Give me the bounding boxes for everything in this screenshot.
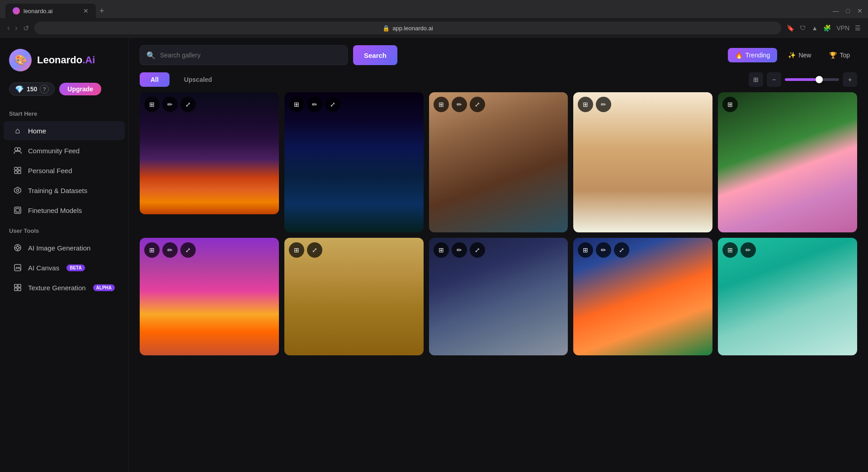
browser-chrome: leonardo.ai ✕ + — □ ✕ ‹ › ↺ 🔒 app.leonar… [0, 0, 868, 38]
minimize-icon[interactable]: — [833, 7, 839, 14]
search-button[interactable]: Search [353, 45, 397, 65]
sidebar-item-community-feed[interactable]: Community Feed [4, 141, 125, 160]
new-tab-btn[interactable]: + [96, 6, 108, 16]
trending-filter-btn[interactable]: 🔥 Trending [728, 48, 778, 62]
upgrade-button[interactable]: Upgrade [59, 83, 101, 95]
svg-point-10 [16, 246, 19, 249]
item-1-expand-btn[interactable]: ⤢ [180, 97, 196, 112]
sidebar-item-home[interactable]: ⌂ Home [4, 121, 125, 140]
tab-title: leonardo.ai [24, 8, 52, 14]
sidebar-item-home-label: Home [28, 127, 46, 135]
item-7-expand-btn[interactable]: ⤢ [307, 242, 322, 258]
sidebar-item-ai-canvas[interactable]: AI Canvas BETA [4, 258, 125, 277]
svg-rect-16 [14, 284, 17, 287]
gallery-item-7[interactable]: ⊞ ⤢ [284, 238, 424, 355]
item-9-expand-btn[interactable]: ⤢ [614, 242, 629, 258]
vpn-label[interactable]: VPN [836, 24, 849, 32]
gallery-item-6[interactable]: ⊞ ✏ ⤢ [140, 238, 279, 355]
item-9-edit-btn[interactable]: ✏ [596, 242, 611, 258]
item-2-edit-btn[interactable]: ✏ [307, 97, 322, 112]
menu-icon[interactable]: ☰ [855, 24, 861, 32]
shield-icon[interactable]: 🛡 [800, 24, 806, 32]
grid-view-btn[interactable]: ⊞ [749, 72, 763, 87]
forward-btn[interactable]: › [15, 24, 17, 32]
lock-icon: 🔒 [382, 25, 390, 32]
upscaled-tab[interactable]: Upscaled [173, 72, 223, 87]
zoom-out-btn[interactable]: − [767, 72, 781, 87]
user-tools-label: User Tools [0, 220, 128, 238]
item-2-expand-btn[interactable]: ⤢ [325, 97, 340, 112]
fire-icon: 🔥 [735, 52, 743, 59]
item-10-edit-btn[interactable]: ✏ [741, 242, 756, 258]
credits-row: 💎 150 ? Upgrade [0, 80, 128, 103]
gallery-item-3[interactable]: ⊞ ✏ ⤢ [429, 92, 568, 232]
gallery-item-5[interactable]: ⊞ [718, 92, 857, 232]
sidebar-item-training[interactable]: Training & Datasets [4, 181, 125, 200]
logo-text: Leonardo.Ai [37, 54, 95, 66]
gallery-item-2[interactable]: ⊞ ✏ ⤢ [284, 92, 424, 232]
item-8-edit-btn[interactable]: ✏ [452, 242, 467, 258]
ai-image-gen-icon [13, 243, 23, 253]
sidebar-item-ai-image-gen[interactable]: AI Image Generation [4, 238, 125, 257]
item-3-grid-btn[interactable]: ⊞ [434, 97, 449, 112]
item-5-grid-btn[interactable]: ⊞ [722, 97, 738, 112]
item-10-overlay: ⊞ ✏ [722, 242, 756, 258]
gallery-item-9[interactable]: ⊞ ✏ ⤢ [573, 238, 712, 355]
new-filter-btn[interactable]: ✨ New [781, 48, 818, 62]
svg-rect-8 [16, 208, 19, 212]
item-3-edit-btn[interactable]: ✏ [452, 97, 467, 112]
maximize-icon[interactable]: □ [846, 7, 850, 14]
start-here-label: Start Here [0, 103, 128, 121]
logo-accent: .Ai [82, 54, 95, 66]
address-icons: 🔖 🛡 ▲ 🧩 VPN ☰ [787, 24, 861, 32]
item-1-grid-btn[interactable]: ⊞ [144, 97, 160, 112]
item-6-grid-btn[interactable]: ⊞ [144, 242, 160, 258]
item-9-overlay: ⊞ ✏ ⤢ [578, 242, 629, 258]
sidebar-item-finetuned-label: Finetuned Models [28, 207, 82, 214]
extensions-icon[interactable]: 🧩 [823, 24, 831, 32]
item-7-grid-btn[interactable]: ⊞ [289, 242, 304, 258]
item-10-grid-btn[interactable]: ⊞ [722, 242, 738, 258]
trending-label: Trending [745, 52, 770, 59]
back-btn[interactable]: ‹ [7, 24, 9, 32]
svg-rect-2 [14, 167, 17, 170]
tab-close-btn[interactable]: ✕ [83, 7, 89, 14]
gallery-item-1[interactable]: ⊞ ✏ ⤢ [140, 92, 279, 214]
gallery-item-10[interactable]: ⊞ ✏ [718, 238, 857, 355]
top-filter-btn[interactable]: 🏆 Top [822, 48, 857, 62]
sidebar: 🎨 Leonardo.Ai 💎 150 ? Upgrade Start Here… [0, 38, 129, 472]
address-text: app.leonardo.ai [392, 25, 433, 32]
zoom-slider[interactable] [785, 78, 839, 81]
gallery-item-4[interactable]: ⊞ ✏ [573, 92, 712, 232]
gallery-area: ⊞ ✏ ⤢ ⊞ ✏ ⤢ ⊞ [129, 92, 868, 472]
sidebar-item-personal-feed[interactable]: Personal Feed [4, 161, 125, 180]
gallery-item-8[interactable]: ⊞ ✏ ⤢ [429, 238, 568, 355]
item-3-expand-btn[interactable]: ⤢ [470, 97, 485, 112]
item-9-grid-btn[interactable]: ⊞ [578, 242, 593, 258]
search-input[interactable] [160, 52, 341, 59]
item-8-overlay: ⊞ ✏ ⤢ [434, 242, 485, 258]
item-8-grid-btn[interactable]: ⊞ [434, 242, 449, 258]
canvas-beta-badge: BETA [66, 264, 85, 271]
item-8-expand-btn[interactable]: ⤢ [470, 242, 485, 258]
item-5-overlay: ⊞ [722, 97, 738, 112]
all-tab[interactable]: All [140, 72, 170, 87]
sidebar-item-texture-gen[interactable]: Texture Generation ALPHA [4, 278, 125, 297]
address-field[interactable]: 🔒 app.leonardo.ai [34, 22, 782, 34]
search-icon: 🔍 [146, 51, 156, 60]
help-button[interactable]: ? [40, 85, 49, 94]
item-4-edit-btn[interactable]: ✏ [596, 97, 611, 112]
item-6-edit-btn[interactable]: ✏ [162, 242, 178, 258]
item-2-grid-btn[interactable]: ⊞ [289, 97, 304, 112]
bookmark-icon[interactable]: 🔖 [787, 24, 794, 32]
reload-btn[interactable]: ↺ [23, 24, 29, 33]
sidebar-item-finetuned[interactable]: Finetuned Models [4, 201, 125, 220]
close-window-icon[interactable]: ✕ [857, 7, 863, 14]
zoom-in-btn[interactable]: + [843, 72, 857, 87]
browser-tab[interactable]: leonardo.ai ✕ [5, 4, 96, 18]
item-6-expand-btn[interactable]: ⤢ [180, 242, 196, 258]
tab-favicon [13, 7, 20, 14]
window-controls: — □ ✕ [833, 7, 863, 14]
item-4-grid-btn[interactable]: ⊞ [578, 97, 593, 112]
item-1-edit-btn[interactable]: ✏ [162, 97, 178, 112]
